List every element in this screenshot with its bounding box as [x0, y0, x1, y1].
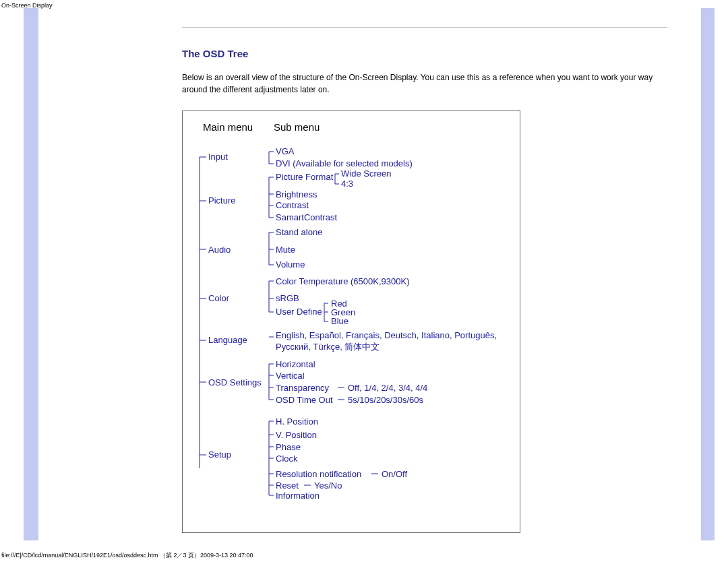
picture-format: Picture Format — [276, 172, 333, 182]
input-vga: VGA — [276, 146, 294, 156]
setup-info: Information — [276, 491, 320, 501]
picture-bright: Brightness — [276, 189, 317, 199]
osd-transp-opts: Off, 1/4, 2/4, 3/4, 4/4 — [348, 383, 427, 393]
pf-wide: Wide Screen — [341, 168, 391, 179]
right-margin-band — [701, 8, 715, 540]
input-dvi: DVI (Available for selected models) — [276, 158, 413, 168]
osd-vertical: Vertical — [276, 371, 305, 381]
pf-43: 4:3 — [341, 179, 353, 189]
osd-tree-diagram: Main menu Sub menu — [182, 111, 520, 533]
picture-smart: SamartContrast — [276, 212, 337, 222]
menu-setup: Setup — [208, 449, 231, 460]
menu-input: Input — [208, 152, 228, 162]
menu-picture: Picture — [208, 195, 235, 206]
menu-audio: Audio — [208, 245, 231, 255]
setup-vpos: V. Position — [276, 430, 317, 440]
language-list: English, Español, Français, Deutsch, Ita… — [276, 330, 505, 353]
setup-clock: Clock — [276, 454, 298, 464]
osd-horizontal: Horizontal — [276, 359, 315, 369]
setup-reset: Reset — [276, 480, 299, 491]
section-heading: The OSD Tree — [182, 48, 667, 59]
left-margin-band — [24, 8, 38, 540]
menu-color: Color — [208, 293, 229, 303]
picture-contrast: Contrast — [276, 200, 309, 210]
audio-volume: Volume — [276, 259, 305, 270]
setup-res-opt: On/Off — [382, 469, 407, 479]
horizontal-rule — [182, 27, 667, 28]
section-intro: Below is an overall view of the structur… — [182, 71, 667, 96]
osd-transparency: Transparency — [276, 383, 329, 393]
setup-res: Resolution notification — [276, 469, 361, 479]
color-srgb: sRGB — [276, 293, 299, 303]
color-user: User Define — [276, 307, 322, 317]
setup-reset-opt: Yes/No — [314, 480, 342, 491]
menu-language: Language — [208, 335, 247, 345]
page-footer-path: file:///E|/CD/lcd/manual/ENGLISH/192E1/o… — [1, 551, 253, 560]
osd-timeout-opts: 5s/10s/20s/30s/60s — [348, 395, 423, 405]
menu-osd: OSD Settings — [208, 377, 262, 387]
color-temp: Color Temperature (6500K,9300K) — [276, 276, 410, 286]
ud-blue: Blue — [331, 316, 348, 326]
audio-mute: Mute — [276, 245, 295, 255]
osd-timeout: OSD Time Out — [276, 395, 333, 405]
audio-standalone: Stand alone — [276, 227, 322, 237]
setup-hpos: H. Position — [276, 416, 318, 427]
setup-phase: Phase — [276, 442, 301, 452]
